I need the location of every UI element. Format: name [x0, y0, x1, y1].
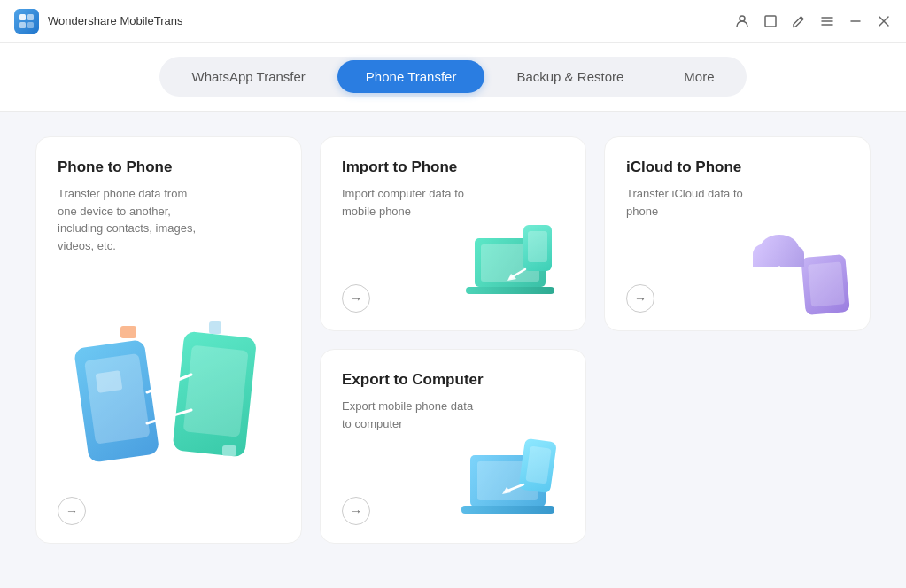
menu-icon[interactable]	[819, 13, 835, 29]
titlebar-controls	[734, 13, 892, 29]
svg-rect-24	[466, 287, 554, 294]
tab-backup[interactable]: Backup & Restore	[488, 60, 652, 93]
card-import-to-phone[interactable]: Import to Phone Import computer data to …	[320, 136, 586, 331]
app-icon	[14, 9, 39, 34]
export-illustration	[453, 424, 577, 534]
import-arrow[interactable]: →	[342, 284, 370, 313]
tab-phone[interactable]: Phone Transfer	[337, 60, 485, 93]
svg-rect-33	[753, 254, 804, 267]
svg-marker-21	[162, 407, 171, 416]
svg-marker-20	[167, 377, 176, 386]
svg-rect-13	[84, 353, 151, 445]
phone-to-phone-arrow[interactable]: →	[58, 497, 86, 525]
svg-rect-0	[19, 14, 26, 20]
card-icloud-to-phone[interactable]: iCloud to Phone Transfer iCloud data to …	[604, 136, 871, 331]
svg-rect-19	[95, 370, 122, 393]
svg-rect-1	[27, 14, 34, 20]
titlebar: Wondershare MobileTrans	[0, 0, 906, 43]
svg-point-4	[740, 16, 745, 21]
icloud-title: iCloud to Phone	[626, 159, 848, 176]
titlebar-left: Wondershare MobileTrans	[14, 9, 182, 34]
svg-rect-5	[765, 16, 776, 27]
account-icon[interactable]	[734, 13, 750, 29]
nav-tabs: WhatsApp Transfer Phone Transfer Backup …	[159, 57, 746, 97]
phone-to-phone-illustration	[72, 308, 267, 494]
svg-rect-18	[222, 445, 236, 456]
tab-whatsapp[interactable]: WhatsApp Transfer	[163, 60, 333, 93]
svg-rect-2	[19, 22, 26, 28]
export-arrow[interactable]: →	[342, 497, 370, 525]
import-illustration	[461, 212, 577, 321]
phone-to-phone-desc: Transfer phone data from one device to a…	[58, 185, 199, 254]
svg-rect-17	[209, 321, 221, 334]
svg-rect-3	[27, 22, 34, 28]
export-title: Export to Computer	[342, 371, 564, 389]
cards-grid: Phone to Phone Transfer phone data from …	[35, 136, 871, 544]
icloud-arrow[interactable]: →	[626, 284, 654, 313]
minimize-icon[interactable]	[848, 13, 863, 29]
main-content: Phone to Phone Transfer phone data from …	[0, 112, 906, 588]
svg-rect-29	[808, 261, 845, 306]
edit-icon[interactable]	[791, 13, 807, 29]
app-title: Wondershare MobileTrans	[48, 14, 182, 27]
card-export-to-computer[interactable]: Export to Computer Export mobile phone d…	[320, 349, 586, 544]
svg-rect-37	[461, 506, 554, 514]
svg-rect-16	[120, 326, 136, 338]
card-phone-to-phone[interactable]: Phone to Phone Transfer phone data from …	[35, 136, 302, 544]
phone-to-phone-title: Phone to Phone	[58, 159, 280, 176]
svg-rect-15	[182, 345, 248, 437]
tab-more[interactable]: More	[655, 60, 742, 93]
close-icon[interactable]	[876, 13, 892, 29]
import-title: Import to Phone	[342, 159, 564, 176]
icloud-illustration	[746, 212, 861, 321]
svg-rect-26	[528, 231, 547, 262]
maximize-icon[interactable]	[763, 13, 778, 29]
nav-bar: WhatsApp Transfer Phone Transfer Backup …	[0, 43, 906, 112]
